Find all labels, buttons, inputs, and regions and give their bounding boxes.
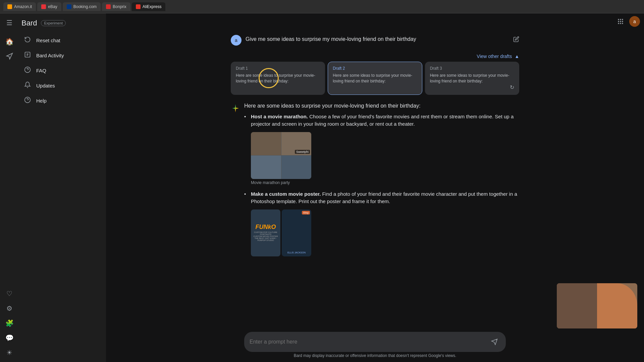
tab-amazon[interactable]: Amazon.it [3,2,36,11]
disclaimer-text: Bard may display inaccurate or offensive… [224,352,526,361]
user-avatar-header[interactable]: a [629,16,640,27]
svg-rect-7 [620,19,621,20]
funko-poster: FUNkO CUSTOM POP CULTURE PORTRAITSCUSTOM… [251,209,280,256]
explore-icon[interactable] [3,50,16,63]
movie-marathon-caption: Movie marathon party [251,180,519,185]
pip-person [597,283,637,328]
image-cell-1 [251,132,281,156]
draft-card-2[interactable]: Draft 2 Here are some ideas to surprise … [328,62,422,95]
booking-favicon [67,4,71,9]
svg-marker-0 [7,53,12,59]
sidebar: Bard Experiment Reset chat [19,13,106,362]
draft-card-3[interactable]: Draft 3 Here are some ideas to surprise … [425,62,519,95]
tab-booking[interactable]: Booking.com [63,2,101,11]
extensions-icon[interactable]: 🧩 [3,316,16,330]
view-other-drafts-label: View other drafts [477,54,512,59]
draft2-text: Here are some ideas to surprise your mov… [333,73,417,84]
bullet1-bold: Host a movie marathon. [251,114,308,119]
bonprix-favicon [106,4,111,9]
browser-tabs: Amazon.it eBay Booking.com Bonprix AliEx… [3,2,165,11]
home-icon[interactable]: 🏠 [3,35,16,48]
help-icon [24,97,31,105]
ali-favicon [136,4,141,9]
sweetphi-badge: Sweetphi [295,150,310,154]
svg-rect-13 [620,23,621,24]
tab-aliexpress[interactable]: AliExpress [132,2,166,11]
image-cell-3 [251,156,281,179]
funko-sub-text: CUSTOM POP CULTURE PORTRAITSCUSTOM MOVIE… [251,231,280,242]
top-header: a [106,13,644,29]
draft1-label: Draft 1 [236,66,320,71]
amazon-favicon [7,4,12,9]
bard-logo: Bard [21,19,37,27]
svg-rect-8 [622,19,623,20]
draft3-text: Here are some ideas to surprise your mov… [430,73,514,84]
like-icon[interactable]: ♡ [3,287,16,300]
sidebar-item-faq[interactable]: FAQ [19,63,103,78]
bottom-bar: Bard may display inaccurate or offensive… [106,332,644,362]
bard-sparkle-icon [231,104,240,113]
draft3-label: Draft 3 [430,66,514,71]
sidebar-item-help[interactable]: Help [19,93,103,108]
response-intro: Here are some ideas to surprise your mov… [244,103,519,109]
updates-label: Updates [36,83,55,88]
prompt-input[interactable] [250,339,486,345]
sidebar-item-bard-activity[interactable]: Bard Activity [19,48,103,63]
user-message-text: Give me some ideas to surprise my movie-… [246,35,509,42]
browser-bar: Amazon.it eBay Booking.com Bonprix AliEx… [0,0,644,13]
reset-chat-label: Reset chat [36,38,60,43]
view-other-drafts-button[interactable]: View other drafts ▲ [231,54,519,59]
hamburger-button[interactable]: ☰ [3,16,16,29]
bard-response: Here are some ideas to surprise your mov… [231,103,519,262]
icon-rail: ☰ 🏠 ♡ ⚙ 🧩 💬 ☀ [0,13,19,362]
funko-logo: FUNkO [255,224,276,231]
settings-icon[interactable]: ⚙ [3,302,16,315]
bullet-item-1: Host a movie marathon. Choose a few of y… [244,113,519,128]
input-wrapper [244,332,506,352]
draft2-label: Draft 2 [333,66,417,71]
image-cell-2: Sweetphi [281,132,312,156]
svg-rect-6 [618,19,619,20]
svg-rect-11 [622,21,623,22]
bullet2-bold: Make a custom movie poster. [251,191,321,197]
reset-chat-icon [24,36,31,45]
bullet-item-2: Make a custom movie poster. Find a photo… [244,190,519,205]
draft1-text: Here are some ideas to surprise your mov… [236,73,320,84]
bard-activity-label: Bard Activity [36,53,64,58]
updates-icon [24,81,31,90]
tab-ebay[interactable]: eBay [37,2,61,11]
user-avatar: a [231,35,241,46]
ebay-favicon [41,4,46,9]
send-button[interactable] [488,336,500,348]
edit-message-button[interactable] [513,36,519,44]
sun-icon[interactable]: ☀ [3,346,16,359]
svg-rect-14 [622,23,623,24]
sidebar-item-updates[interactable]: Updates [19,78,103,93]
pip-background [557,283,597,328]
draft-card-1[interactable]: Draft 1 Here are some ideas to surprise … [231,62,325,95]
input-container [231,332,519,352]
faq-icon [24,66,31,75]
bard-activity-icon [24,51,31,60]
feedback-icon[interactable]: 💬 [3,331,16,345]
sidebar-header: Bard Experiment [19,16,106,33]
tab-bonprix[interactable]: Bonprix [102,2,130,11]
poster-images-section: FUNkO CUSTOM POP CULTURE PORTRAITSCUSTOM… [244,209,519,256]
movie-marathon-image-section: Sweetphi Movie marathon party [244,132,519,185]
image-cell-4 [281,156,312,179]
drafts-grid: Draft 1 Here are some ideas to surprise … [231,62,519,95]
chevron-up-icon: ▲ [515,54,519,59]
movie-poster: Etsy ELLIS JACKSON [282,209,311,256]
refresh-draft-icon[interactable]: ↻ [510,84,514,90]
etsy-badge: Etsy [302,211,310,215]
faq-label: FAQ [36,68,46,73]
drafts-container: View other drafts ▲ Draft 1 Here are som… [231,54,519,95]
user-message-row: a Give me some ideas to surprise my movi… [231,35,519,46]
sidebar-item-reset-chat[interactable]: Reset chat [19,33,103,48]
response-content: Here are some ideas to surprise your mov… [244,103,519,262]
poster-title: ELLIS JACKSON [286,251,307,255]
apps-button[interactable] [614,15,627,27]
chat-inner: a Give me some ideas to surprise my movi… [231,35,519,262]
experiment-badge: Experiment [41,20,66,26]
svg-rect-9 [618,21,619,22]
